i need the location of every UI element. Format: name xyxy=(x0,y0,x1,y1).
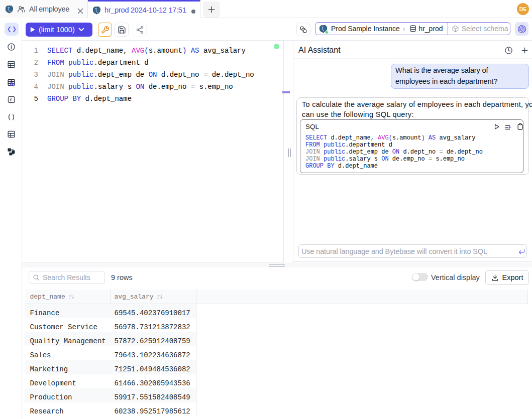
svg-text:f: f xyxy=(10,97,12,102)
